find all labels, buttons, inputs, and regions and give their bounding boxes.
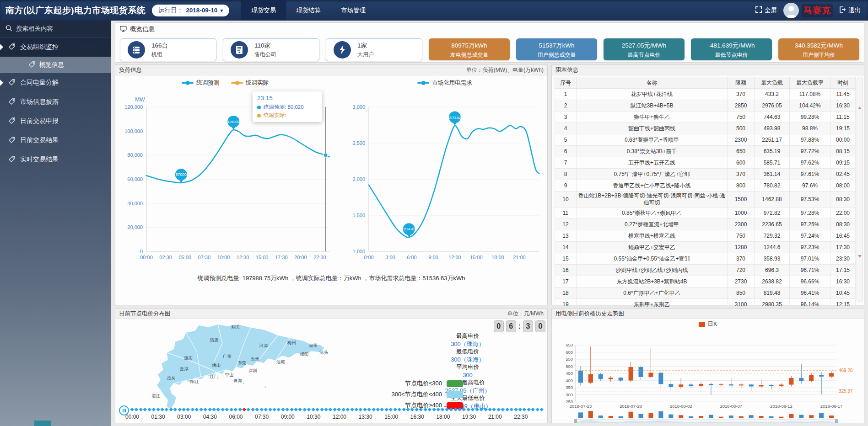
fullscreen-button[interactable]: 全屏 xyxy=(755,6,777,15)
time-diamond[interactable] xyxy=(337,408,341,411)
logout-button[interactable]: 退出 xyxy=(839,6,861,15)
time-diamond[interactable] xyxy=(191,408,194,411)
table-row[interactable]: 1花罗甲线+花洋线370433.2117.08%11:45 xyxy=(555,89,856,100)
time-diamond[interactable] xyxy=(506,408,509,411)
sidebar-subitem-概览信息[interactable]: 概览信息 xyxy=(0,57,111,73)
legend-item-统调实际[interactable]: 统调实际 xyxy=(231,79,269,87)
time-diamond[interactable] xyxy=(380,408,384,411)
sidebar-item-合同电量分解[interactable]: 合同电量分解 xyxy=(0,73,111,92)
time-diamond[interactable] xyxy=(329,408,332,411)
table-row[interactable]: 10香山站1B+2B+3B-德隆可切-迪光可切-浪网可切-同益-小榄-逸仙可切1… xyxy=(555,192,856,208)
time-diamond[interactable] xyxy=(238,408,242,411)
time-diamond[interactable] xyxy=(135,408,138,411)
time-diamond[interactable] xyxy=(385,408,388,411)
time-diamond[interactable] xyxy=(173,408,177,411)
time-diamond[interactable] xyxy=(268,408,272,411)
time-diamond[interactable] xyxy=(281,408,285,411)
time-diamond[interactable] xyxy=(298,408,302,411)
time-diamond[interactable] xyxy=(255,408,259,411)
time-diamond[interactable] xyxy=(488,408,492,411)
table-row[interactable]: 120.27*楚穗直流+北增甲23002236.6597.25%08:30 xyxy=(555,219,856,230)
time-diamond[interactable] xyxy=(216,408,220,411)
time-diamond[interactable] xyxy=(424,408,427,411)
time-diamond[interactable] xyxy=(492,408,496,411)
time-diamond[interactable] xyxy=(410,408,414,411)
time-diamond[interactable] xyxy=(389,408,393,411)
table-row[interactable]: 80.75*厂濠甲+0.75*厂濠乙+官邹370361.1497.61%02:4… xyxy=(555,169,856,180)
table-row[interactable]: 150.55*汕金甲+0.55*汕金乙+官邹370358.9397.01%23:… xyxy=(555,253,856,265)
time-diamond[interactable] xyxy=(273,408,276,411)
table-row[interactable]: 110.85*崇秋甲乙+崇风甲乙1000972.8297.28%22:00 xyxy=(555,208,856,219)
time-diamond[interactable] xyxy=(342,408,345,411)
time-diamond[interactable] xyxy=(355,408,358,411)
guangdong-map[interactable]: 韶关清远梅州河源潮州汕头揭阳肇庆广州惠州云浮佛山东莞汕尾深圳中山江门珠海阳江茂名… xyxy=(128,320,343,416)
time-diamond[interactable] xyxy=(445,408,449,411)
time-diamond[interactable] xyxy=(536,408,539,411)
time-diamond[interactable] xyxy=(204,408,207,411)
legend-item-统调预测[interactable]: 统调预测 xyxy=(182,79,219,87)
time-diamond[interactable] xyxy=(406,408,410,411)
table-row[interactable]: 2纵江站3B+4B+5B28502976.05104.42%16:30 xyxy=(555,100,856,112)
sidebar-search[interactable]: 搜索相关内容 xyxy=(0,21,111,37)
time-diamond[interactable] xyxy=(165,408,168,411)
time-diamond[interactable] xyxy=(428,408,431,411)
scroll-up-icon[interactable] xyxy=(858,106,862,109)
time-diamond[interactable] xyxy=(467,408,470,411)
time-diamond[interactable] xyxy=(333,408,337,411)
market-demand-chart[interactable]: 1,0001,5002,0002,5003,0000:003:006:009:0… xyxy=(344,89,545,272)
time-diamond[interactable] xyxy=(540,408,544,411)
table-row[interactable]: 4韶曲丁线+韶曲丙线500493.9898.8%19:15 xyxy=(555,123,856,134)
table-row[interactable]: 14鲲鼎甲乙+交宏甲乙12801244.697.23%17:30 xyxy=(555,242,856,253)
table-row[interactable]: 16沙则甲线+沙则乙线+沙则丙线720696.396.71%17:15 xyxy=(555,265,856,276)
time-diamond[interactable] xyxy=(130,408,134,411)
stat-value[interactable]: 300（珠海） xyxy=(390,356,545,363)
time-diamond[interactable] xyxy=(363,408,367,411)
time-diamond[interactable] xyxy=(372,408,375,411)
time-diamond[interactable] xyxy=(320,408,323,411)
time-diamond[interactable] xyxy=(143,408,147,411)
time-diamond[interactable] xyxy=(303,408,307,411)
time-diamond[interactable] xyxy=(462,408,466,411)
time-diamond-current[interactable] xyxy=(243,408,246,411)
time-diamond[interactable] xyxy=(277,408,280,411)
sidebar-item-实时交易结果[interactable]: 实时交易结果 xyxy=(0,150,111,169)
time-diamond[interactable] xyxy=(225,408,229,411)
time-diamond[interactable] xyxy=(471,408,474,411)
time-diamond[interactable] xyxy=(415,408,419,411)
sidebar-item-市场信息披露[interactable]: 市场信息披露 xyxy=(0,92,111,112)
time-diamond[interactable] xyxy=(161,408,164,411)
time-diamond[interactable] xyxy=(264,408,268,411)
time-diamond[interactable] xyxy=(367,408,371,411)
time-diamond[interactable] xyxy=(531,408,535,411)
time-diamond[interactable] xyxy=(178,408,182,411)
time-diamond[interactable] xyxy=(441,408,444,411)
time-diamond[interactable] xyxy=(251,408,255,411)
time-diamond[interactable] xyxy=(247,408,250,411)
time-diamond[interactable] xyxy=(501,408,505,411)
run-date-select[interactable]: 运行日： 2018-09-10 ▾ xyxy=(152,5,229,16)
time-diamond[interactable] xyxy=(195,408,199,411)
time-diamond[interactable] xyxy=(230,408,233,411)
sidebar-item-交易组织监控[interactable]: 交易组织监控 xyxy=(0,37,111,57)
time-diamond[interactable] xyxy=(437,408,440,411)
time-diamond[interactable] xyxy=(182,408,186,411)
legend-item-市场化用电需求[interactable]: 市场化用电需求 xyxy=(417,79,472,87)
time-diamond[interactable] xyxy=(294,408,298,411)
time-diamond[interactable] xyxy=(514,408,518,411)
candlestick-legend[interactable]: 日K xyxy=(552,320,864,328)
tab-市场管理[interactable]: 市场管理 xyxy=(331,0,376,21)
time-diamond[interactable] xyxy=(148,408,151,411)
time-diamond[interactable] xyxy=(324,408,328,411)
time-diamond[interactable] xyxy=(350,408,354,411)
time-diamond[interactable] xyxy=(432,408,436,411)
scroll-down-icon[interactable] xyxy=(858,255,862,258)
stat-value[interactable]: 300（珠海） xyxy=(390,340,545,348)
table-row[interactable]: 3狮牛甲+狮牛乙750744.6399.28%11:15 xyxy=(555,112,856,123)
time-diamond[interactable] xyxy=(212,408,216,411)
time-diamond[interactable] xyxy=(316,408,319,411)
time-diamond[interactable] xyxy=(480,408,483,411)
time-diamond[interactable] xyxy=(518,408,522,411)
time-diamond[interactable] xyxy=(312,408,315,411)
time-diamond[interactable] xyxy=(286,408,289,411)
time-diamond[interactable] xyxy=(497,408,501,411)
